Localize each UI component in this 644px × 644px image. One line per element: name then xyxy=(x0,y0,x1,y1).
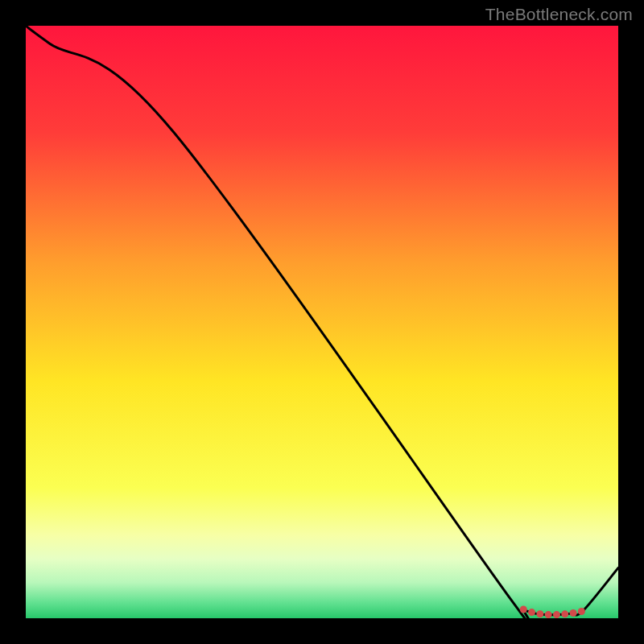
gradient-background xyxy=(26,26,618,618)
marker-dot xyxy=(553,611,560,618)
marker-dot xyxy=(570,609,577,617)
plot-area xyxy=(26,26,618,618)
marker-dot xyxy=(561,610,568,617)
marker-dot xyxy=(536,610,543,617)
attribution-label: TheBottleneck.com xyxy=(485,5,633,24)
marker-dot xyxy=(545,611,552,618)
marker-dot xyxy=(520,605,527,613)
marker-dot xyxy=(578,608,585,615)
chart-frame: TheBottleneck.com xyxy=(0,0,644,644)
bottleneck-curve-chart xyxy=(26,26,618,618)
marker-dot xyxy=(528,609,535,616)
